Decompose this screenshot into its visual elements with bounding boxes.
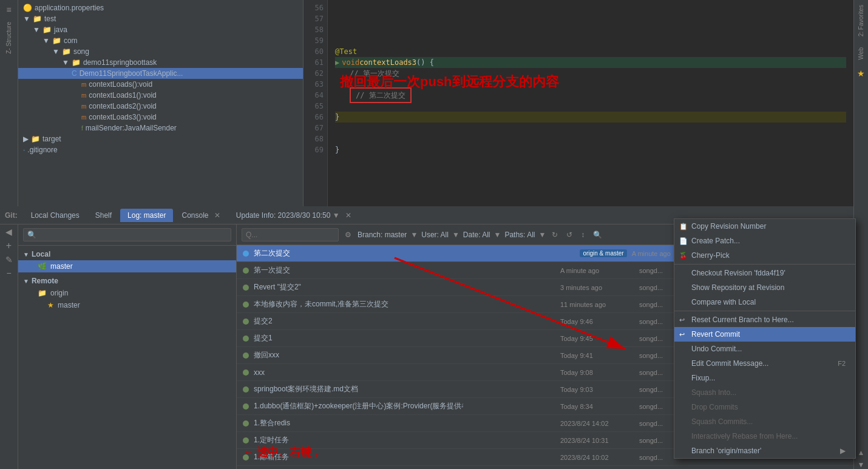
remote-section-header[interactable]: ▼ Remote — [18, 275, 236, 287]
tree-item-label: song — [73, 47, 89, 56]
menu-label: Cherry-Pick — [691, 251, 730, 260]
update-close-icon[interactable]: ✕ — [345, 211, 351, 220]
chevron-branch-icon[interactable]: ▼ — [410, 231, 418, 239]
menu-fixup[interactable]: Fixup... — [674, 371, 855, 385]
tree-item[interactable]: ▶ 📁 target — [18, 133, 303, 144]
menu-undo-commit[interactable]: Undo Commit... — [674, 342, 855, 356]
commit-author-4: songd... — [639, 301, 663, 308]
code-line — [335, 35, 846, 46]
commit-msg-9: springboot案例环境搭建.md文档 — [254, 385, 358, 393]
branch-search-input[interactable] — [23, 228, 231, 241]
tab-shelf[interactable]: Shelf — [88, 209, 119, 222]
edit-icon[interactable]: ✎ — [5, 255, 13, 265]
tab-update-info[interactable]: Update Info: 2023/8/30 10:50 ▼ ✕ — [229, 209, 359, 222]
menu-label: Create Patch... — [691, 237, 740, 245]
branch-tag: origin & master — [580, 249, 626, 257]
log-settings-icon[interactable]: ⚙ — [342, 229, 354, 240]
tree-item[interactable]: m contextLoads():void — [18, 79, 303, 90]
menu-revert-commit[interactable]: ↩ Revert Commit — [674, 327, 855, 342]
bracket: } — [335, 144, 339, 155]
code-line: ▶ void contextLoads3 () { — [335, 57, 846, 68]
chevron-date-icon[interactable]: ▼ — [494, 231, 501, 239]
code-line — [335, 13, 846, 24]
tree-item[interactable]: 🟡 application.properties — [18, 2, 303, 13]
branch-item-origin-master[interactable]: ★ master — [18, 299, 236, 311]
local-section-header[interactable]: ▼ Local — [18, 248, 236, 260]
console-close-icon[interactable]: ✕ — [214, 211, 220, 220]
tree-item[interactable]: C Demo11SpringbootTaskApplic... — [18, 68, 303, 79]
menu-cherry-pick[interactable]: 🍒 Cherry-Pick — [674, 248, 855, 263]
arrow-up-icon[interactable]: ▲ — [858, 448, 865, 457]
arrow-down-icon[interactable]: ▼ — [858, 461, 865, 469]
menu-show-repo[interactable]: Show Repository at Revision — [674, 280, 855, 295]
menu-squash-into: Squash Into... — [674, 385, 855, 400]
commit-author-7: songd... — [639, 352, 663, 359]
tab-local-changes[interactable]: Local Changes — [24, 209, 87, 222]
chevron-user-icon[interactable]: ▼ — [452, 231, 459, 239]
paths-filter-label: Paths: All — [504, 231, 535, 239]
refresh-icon[interactable]: ↻ — [549, 229, 560, 240]
menu-edit-commit-msg[interactable]: Edit Commit Message... F2 — [674, 356, 855, 371]
structure-icon[interactable]: ≡ — [6, 5, 11, 15]
branch-item-origin[interactable]: 📁 origin — [18, 287, 236, 299]
commit-time-7: Today 9:41 — [560, 352, 593, 359]
branch-list: ▼ Local 🌿 master ▼ Remote 📁 origin ★ — [18, 246, 236, 469]
tree-item[interactable]: ▼ 📁 song — [18, 46, 303, 57]
menu-branch-origin-master[interactable]: Branch 'origin/master' ▶ — [674, 444, 855, 458]
tree-item[interactable]: m contextLoads1():void — [18, 90, 303, 101]
menu-interactive-rebase: Interactively Rebase from Here... — [674, 429, 855, 444]
search-icon[interactable]: 🔍 — [591, 229, 605, 240]
commit-msg-12: 1.定时任务 — [254, 436, 289, 444]
tab-console[interactable]: Console ✕ — [174, 209, 227, 222]
branch-icon: 🌿 — [38, 262, 47, 271]
commit-time-11: 2023/8/24 14:02 — [560, 420, 609, 427]
tree-item[interactable]: m contextLoads2():void — [18, 101, 303, 112]
tree-item[interactable]: ▼ 📁 test — [18, 13, 303, 24]
menu-copy-revision[interactable]: 📋 Copy Revision Number — [674, 219, 855, 234]
menu-label: Squash Into... — [691, 388, 736, 397]
branch-name: master — [50, 262, 73, 271]
tree-item[interactable]: ▼ 📁 demo11springboottask — [18, 57, 303, 68]
revert-icon[interactable]: ↺ — [564, 229, 575, 240]
menu-label: Undo Commit... — [691, 345, 742, 353]
git-z-sidebar: ◀ + ✎ − — [0, 224, 18, 469]
branch-item-master-local[interactable]: 🌿 master — [18, 260, 236, 272]
commit-msg-1: 第二次提交 — [254, 248, 290, 258]
commit-author-12: songd... — [639, 437, 663, 444]
commit-time-6: Today 9:45 — [560, 335, 593, 342]
sort-icon[interactable]: ↕ — [578, 229, 587, 240]
tree-item[interactable]: f mailSender:JavaMailSender — [18, 123, 303, 133]
commit-author-3: songd... — [639, 284, 663, 291]
menu-compare-local[interactable]: Compare with Local — [674, 295, 855, 309]
exec-arrow-icon: ▶ — [335, 57, 339, 68]
code-line — [335, 24, 846, 35]
file-tree: 🟡 application.properties ▼ 📁 test ▼ 📁 ja… — [18, 0, 303, 206]
code-line — [335, 133, 846, 144]
chevron-down-icon: ▼ — [23, 251, 29, 258]
commit-time-1: A minute ago — [632, 250, 671, 257]
bracket: () { — [416, 57, 434, 68]
branch-panel: ▼ Local 🌿 master ▼ Remote 📁 origin ★ — [18, 224, 237, 469]
tab-log-master[interactable]: Log: master — [120, 209, 173, 222]
origin-label: origin — [50, 289, 68, 297]
add-icon[interactable]: + — [6, 240, 12, 251]
menu-create-patch[interactable]: 📄 Create Patch... — [674, 234, 855, 248]
tree-item[interactable]: · .gitignore — [18, 144, 303, 155]
chevron-paths-icon[interactable]: ▼ — [538, 231, 546, 239]
commit-msg-6: 提交1 — [254, 334, 273, 342]
menu-label: Compare with Local — [691, 298, 756, 306]
minus-icon[interactable]: − — [6, 268, 11, 278]
branch-filter-label: Branch: master — [358, 231, 407, 239]
menu-reset-branch[interactable]: ↩ Reset Current Branch to Here... — [674, 312, 855, 327]
star-icon: ★ — [47, 301, 54, 309]
menu-checkout-revision[interactable]: Checkout Revision 'fdda4f19' — [674, 266, 855, 280]
log-search-input[interactable] — [242, 228, 339, 241]
tree-item[interactable]: m contextLoads3():void — [18, 112, 303, 123]
tree-item[interactable]: ▼ 📁 java — [18, 24, 303, 35]
tree-item-label: mailSender:JavaMailSender — [86, 124, 177, 132]
tree-item[interactable]: ▼ 📁 com — [18, 35, 303, 46]
code-line — [335, 123, 846, 133]
commit-time-5: Today 9:46 — [560, 318, 593, 325]
collapse-icon[interactable]: ◀ — [5, 227, 12, 237]
star-fav-icon[interactable]: ★ — [857, 69, 865, 78]
